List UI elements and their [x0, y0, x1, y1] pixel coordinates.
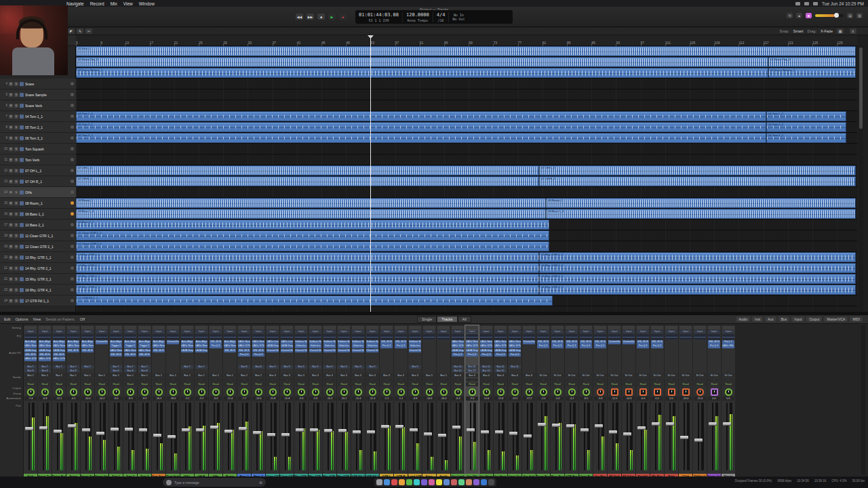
eq-thumbnail[interactable]	[195, 334, 208, 340]
channel-setting-button[interactable]	[423, 326, 435, 329]
group-slot[interactable]: –	[722, 378, 734, 382]
fader-cap[interactable]	[167, 435, 176, 439]
insert-slot[interactable]: SSL 4K B	[637, 340, 649, 344]
mute-button[interactable]: M	[9, 125, 13, 129]
channel-strip[interactable]: InputSoldano SLGalacticaChannel EQBus 9B…	[408, 325, 422, 483]
channel-strip[interactable]: InputAuto-AlignUADx NeveSSL 4K EBus 1–Re…	[152, 325, 165, 483]
automation-mode[interactable]: Read	[694, 382, 706, 386]
insert-slot[interactable]: Auto-Align	[39, 340, 51, 344]
fader-cap[interactable]	[580, 428, 589, 432]
audio-region[interactable]: 16 Rhy. GTR 4_1	[76, 285, 539, 295]
pan-knob[interactable]	[170, 388, 177, 396]
channel-strip[interactable]: InputUADx NeveUADx 1176LA2A GrayPro-Q 3B…	[465, 325, 479, 483]
insert-slot[interactable]: SSL 4K B	[551, 340, 564, 344]
input-slot[interactable]: Input	[480, 330, 492, 333]
input-slot[interactable]: Input	[537, 330, 549, 333]
output-slot[interactable]: Bus 3	[281, 373, 293, 378]
insert-slot[interactable]: Trigger 2	[110, 344, 122, 348]
input-monitor-button[interactable]	[71, 147, 74, 150]
channel-strip[interactable]: InputAuto-AlignUADx NeveSSL 4K EBus 7Bus…	[66, 325, 80, 483]
dock-icon[interactable]	[458, 479, 465, 485]
input-monitor-button[interactable]	[71, 299, 74, 302]
insert-slot[interactable]: Channel EQ	[309, 349, 321, 353]
eq-thumbnail[interactable]	[494, 334, 507, 340]
automation-mode[interactable]: Read	[395, 382, 407, 386]
audio-region[interactable]: 06 Tom 3_1	[76, 133, 766, 143]
output-slot[interactable]: Bus 1	[153, 373, 165, 378]
send-slot[interactable]: Bus 11	[466, 365, 478, 369]
fader-cap[interactable]	[438, 434, 446, 437]
fader-cap[interactable]	[467, 428, 475, 432]
fader-cap[interactable]	[324, 429, 332, 432]
pan-knob[interactable]	[668, 388, 675, 396]
pan-knob[interactable]	[639, 388, 647, 396]
channel-setting-button[interactable]	[267, 326, 279, 329]
input-slot[interactable]: Input	[651, 330, 663, 333]
filter-audio[interactable]: Audio	[736, 317, 750, 322]
group-slot[interactable]: –	[679, 378, 692, 382]
input-slot[interactable]: Input	[466, 330, 478, 333]
channel-setting-button[interactable]	[110, 326, 122, 329]
group-slot[interactable]: –	[380, 378, 393, 382]
insert-slot[interactable]: SSL 4K E	[81, 349, 94, 353]
menu-view[interactable]: View	[123, 1, 133, 6]
input-monitor-button[interactable]	[71, 169, 74, 172]
channel-setting-button[interactable]	[124, 326, 136, 329]
channel-strip[interactable]: InputSoldano SLGalacticaChannel EQBus 9B…	[309, 325, 322, 483]
input-slot[interactable]: Input	[423, 330, 435, 333]
insert-slot[interactable]: Pro-Q 3	[708, 344, 720, 348]
channel-strip[interactable]: InputUADx NeveUADx 1176LA2A GrayPro-Q 3B…	[494, 325, 507, 483]
fader-cap[interactable]	[495, 430, 503, 434]
solo-button[interactable]: S	[14, 288, 18, 292]
insert-slot[interactable]: Auto-Align	[224, 340, 236, 344]
input-slot[interactable]: Input	[509, 330, 521, 333]
channel-setting-button[interactable]	[637, 326, 649, 329]
send-slot[interactable]: Bus 8	[138, 369, 151, 373]
pan-knob[interactable]	[98, 388, 106, 396]
input-slot[interactable]: Input	[309, 330, 321, 333]
fader-cap[interactable]	[267, 433, 275, 436]
track-header[interactable]: 23MS16 Rhy. GTR 4_1	[0, 285, 76, 296]
filter-master-vca[interactable]: Master/VCA	[824, 317, 848, 322]
insert-slot[interactable]: Pro-Q 3	[551, 344, 564, 348]
insert-slot[interactable]: Auto-Align	[81, 340, 94, 344]
insert-slot[interactable]: Soldano SL	[338, 340, 350, 344]
input-slot[interactable]: Input	[395, 330, 407, 333]
pan-knob[interactable]	[412, 388, 419, 396]
audio-region[interactable]: 04 Tom 1_2	[766, 111, 846, 121]
filter-inst[interactable]: Inst	[752, 317, 763, 322]
solo-button[interactable]: S	[14, 266, 18, 270]
insert-slot[interactable]: Auto-Align	[195, 340, 208, 344]
input-monitor-button[interactable]	[71, 266, 74, 270]
automation-mode[interactable]: Read	[708, 382, 720, 386]
pan-knob[interactable]	[340, 388, 348, 396]
output-slot[interactable]: Bus 3	[267, 373, 279, 378]
fader-cap[interactable]	[111, 428, 119, 431]
fader-cap[interactable]	[224, 430, 233, 433]
input-monitor-button[interactable]	[71, 288, 74, 291]
menu-clock[interactable]: Tue Jun 24 10:29 PM	[822, 1, 864, 6]
eq-thumbnail[interactable]	[352, 334, 364, 340]
track-header[interactable]: 11MSTom Verb	[0, 155, 76, 165]
group-slot[interactable]: –	[537, 378, 549, 382]
output-slot[interactable]: St Out	[694, 373, 706, 378]
solo-button[interactable]: S	[14, 201, 18, 205]
channel-setting-button[interactable]	[81, 326, 94, 329]
fader-cap[interactable]	[452, 426, 460, 429]
channel-strip[interactable]: InputUADx NeveUADx 1176SSL 4K EPro-Q 3Bu…	[252, 325, 265, 483]
output-slot[interactable]: Bus 1	[96, 373, 108, 378]
group-slot[interactable]: –	[423, 378, 435, 382]
pointer-tool-icon[interactable]: ◤	[68, 28, 75, 34]
pan-knob[interactable]	[283, 388, 291, 396]
insert-slot[interactable]: UADx Neve	[138, 349, 151, 353]
pan-knob[interactable]	[326, 388, 334, 396]
eq-thumbnail[interactable]	[480, 334, 492, 340]
eq-thumbnail[interactable]	[224, 334, 236, 340]
insert-slot[interactable]: Channel EQ	[366, 349, 378, 353]
channel-setting-button[interactable]	[722, 326, 734, 329]
pan-knob[interactable]	[184, 388, 191, 396]
group-slot[interactable]: –	[224, 378, 236, 382]
output-slot[interactable]: St Out	[665, 373, 677, 378]
insert-slot[interactable]: UADx Neve	[494, 340, 507, 344]
fader-cap[interactable]	[68, 424, 76, 428]
